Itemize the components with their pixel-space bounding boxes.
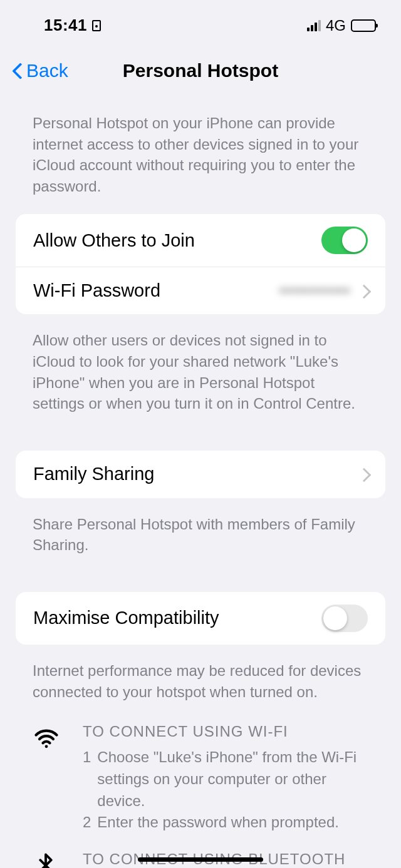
wifi-password-row[interactable]: Wi-Fi Password •••••••••••• xyxy=(16,267,385,314)
family-sharing-label: Family Sharing xyxy=(33,464,154,484)
wifi-step-1: Choose "Luke's iPhone" from the Wi-Fi se… xyxy=(97,747,368,812)
intro-note: Personal Hotspot on your iPhone can prov… xyxy=(0,94,401,208)
wifi-step-2: Enter the password when prompted. xyxy=(97,812,339,834)
wifi-password-label: Wi-Fi Password xyxy=(33,280,160,301)
status-time: 15:41 xyxy=(44,16,87,35)
chevron-right-icon xyxy=(359,467,368,482)
battery-icon xyxy=(351,19,376,32)
sim-icon xyxy=(92,20,101,31)
family-note: Share Personal Hotspot with members of F… xyxy=(0,504,401,567)
family-sharing-group: Family Sharing xyxy=(16,451,385,498)
wifi-instructions-head: TO CONNECT USING WI-FI xyxy=(83,721,368,743)
hotspot-settings-group: Allow Others to Join Wi-Fi Password ••••… xyxy=(16,214,385,314)
cellular-signal-icon xyxy=(307,20,321,31)
family-sharing-row[interactable]: Family Sharing xyxy=(16,451,385,498)
chevron-left-icon xyxy=(13,61,24,80)
wifi-password-value: •••••••••••• xyxy=(279,281,350,300)
compat-note: Internet performance may be reduced for … xyxy=(0,651,401,713)
svg-point-0 xyxy=(45,745,48,748)
maximise-compatibility-row: Maximise Compatibility xyxy=(16,592,385,645)
allow-note: Allow other users or devices not signed … xyxy=(0,320,401,425)
maximise-compatibility-toggle[interactable] xyxy=(321,605,368,632)
wifi-instructions: TO CONNECT USING WI-FI 1Choose "Luke's i… xyxy=(0,713,401,841)
home-indicator[interactable] xyxy=(138,857,263,862)
chevron-right-icon xyxy=(359,283,368,299)
allow-others-row: Allow Others to Join xyxy=(16,214,385,267)
status-bar: 15:41 4G xyxy=(0,0,401,41)
bluetooth-instructions: TO CONNECT USING BLUETOOTH 1Pair iPhone … xyxy=(0,841,401,868)
nav-bar: Back Personal Hotspot xyxy=(0,41,401,94)
allow-others-label: Allow Others to Join xyxy=(33,230,195,251)
network-type: 4G xyxy=(326,17,346,34)
bluetooth-icon xyxy=(33,849,64,868)
back-label: Back xyxy=(26,60,68,81)
back-button[interactable]: Back xyxy=(13,60,68,81)
wifi-icon xyxy=(33,721,64,834)
maximise-compatibility-label: Maximise Compatibility xyxy=(33,608,219,628)
allow-others-toggle[interactable] xyxy=(321,227,368,254)
compat-group: Maximise Compatibility xyxy=(16,592,385,645)
